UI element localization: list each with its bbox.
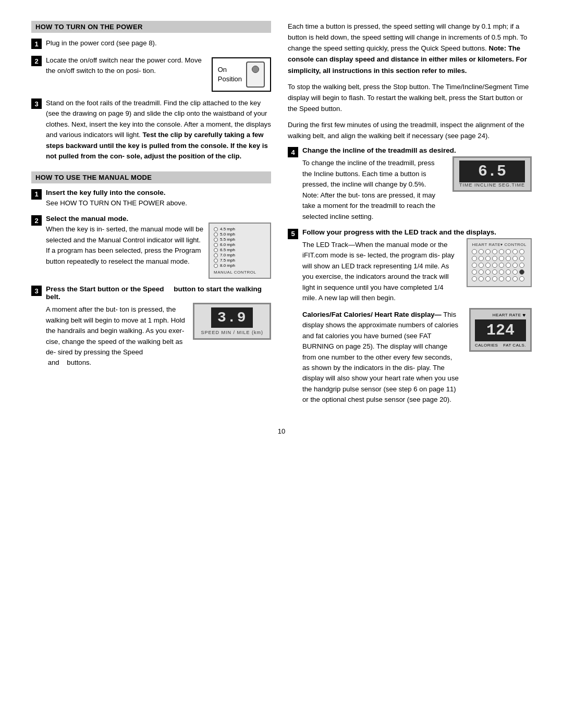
- manual-step-1-title: Insert the key fully into the console.: [46, 189, 271, 196]
- led-dot: [479, 269, 484, 275]
- led-row-4: [472, 269, 527, 275]
- step-1-text: Plug in the power cord (see page 8).: [46, 39, 157, 47]
- manual-control-image: 4.5 mph 5.0 mph 5.5 mph: [209, 223, 271, 279]
- led-dot: [506, 256, 511, 261]
- heart-rate-display-image: HEART RATE ♥ 124 CALORIES FAT CALS.: [469, 308, 532, 352]
- right-column: Each time a button is pressed, the speed…: [288, 21, 532, 412]
- speed-display-box: 3.9 SPEED MIN / MILE (km): [193, 303, 271, 340]
- speed-dot: [214, 258, 218, 263]
- manual-step-3-title: Press the Start button or the Speed butt…: [46, 285, 271, 301]
- manual-step-number-1: 1: [31, 189, 42, 200]
- calories-title: Calories/Fat Calories/ Heart Rate displa…: [302, 311, 442, 318]
- right-step-4-title: Change the incline of the treadmill as d…: [302, 146, 532, 154]
- speed-45: 4.5 mph: [220, 227, 235, 231]
- speed-display-image: 3.9 SPEED MIN / MILE (km): [193, 303, 271, 340]
- speed-display-number: 3.9: [211, 307, 253, 328]
- page-layout: HOW TO TURN ON THE POWER 1 Plug in the p…: [31, 21, 532, 412]
- incline-display-image: 6.5 TIME INCLINE SEG.TIME: [452, 156, 532, 192]
- manual-control-label: MANUAL CONTROL: [214, 270, 256, 275]
- on-position-label: On Position: [218, 65, 242, 84]
- led-dot: [499, 269, 504, 275]
- power-step-3: 3 Stand on the foot rails of the treadmi…: [31, 98, 271, 162]
- led-dot: [506, 269, 511, 275]
- led-dot: [492, 276, 497, 281]
- led-dot-filled: [519, 269, 524, 275]
- manual-step-2-body: When the key is in- serted, the manual m…: [46, 224, 203, 267]
- led-dot: [479, 276, 484, 281]
- heart-rate-number: 124: [475, 319, 526, 341]
- led-dot: [492, 269, 497, 275]
- speed-item: 6.5 mph: [214, 248, 235, 252]
- speed-item: 6.0 mph: [214, 242, 235, 247]
- manual-step-number-3: 3: [31, 286, 42, 296]
- manual-step-3-text: A moment after the but- ton is pressed, …: [46, 303, 188, 368]
- speed-item: 5.0 mph: [214, 232, 235, 237]
- right-step-4-content: Change the incline of the treadmill as d…: [302, 146, 532, 222]
- heart-rate-label-text: HEART RATE: [493, 313, 521, 317]
- step-2-content: Locate the on/off switch near the power …: [46, 55, 271, 92]
- manual-control-box: 4.5 mph 5.0 mph 5.5 mph: [209, 223, 271, 279]
- right-step-number-4: 4: [288, 147, 298, 157]
- step3-title-text: Press the Start button or the Speed: [46, 285, 164, 293]
- led-dot: [499, 249, 504, 254]
- manual-step-number-2: 2: [31, 215, 42, 226]
- manual-step-2-text: When the key is in- serted, the manual m…: [46, 223, 203, 267]
- section-manual-mode: HOW TO USE THE MANUAL MODE 1 Insert the …: [31, 171, 271, 368]
- led-dot: [512, 269, 518, 275]
- power-switch-shape: [246, 61, 265, 88]
- led-dot: [492, 263, 497, 268]
- led-dot: [499, 256, 504, 261]
- led-dot: [512, 276, 518, 281]
- right-intro-para1: Each time a button is pressed, the speed…: [288, 21, 532, 76]
- led-row-3: [472, 263, 527, 268]
- calories-text-body: This display shows the approximate numbe…: [302, 311, 459, 404]
- manual-step-2-content: Select the manual mode. When the key is …: [46, 215, 271, 279]
- led-dot: [479, 256, 484, 261]
- led-track-image: HEART RATE▾ CONTROL: [467, 238, 532, 287]
- led-dot: [499, 276, 504, 281]
- speed-55: 5.5 mph: [220, 237, 235, 242]
- manual-step-1-body: See HOW TO TURN ON THE POWER above.: [46, 198, 271, 208]
- manual-step-3-content: Press the Start button or the Speed butt…: [46, 285, 271, 368]
- incline-display-number: 6.5: [459, 161, 525, 182]
- right-step-4: 4 Change the incline of the treadmill as…: [288, 146, 532, 222]
- led-dot: [519, 263, 524, 268]
- led-dot: [492, 256, 497, 261]
- led-dot: [472, 269, 477, 275]
- right-step-number-5: 5: [288, 229, 298, 239]
- manual-step-1: 1 Insert the key fully into the console.…: [31, 189, 271, 208]
- step3-text-and: and: [48, 359, 59, 366]
- manual-step-1-content: Insert the key fully into the console. S…: [46, 189, 271, 208]
- right-intro-para2: To stop the walking belt, press the Stop…: [288, 81, 532, 114]
- calories-body: Calories/Fat Calories/ Heart Rate displa…: [302, 310, 459, 405]
- manual-step-2-layout: When the key is in- serted, the manual m…: [46, 223, 271, 279]
- led-dot: [485, 269, 491, 275]
- led-dot: [472, 263, 477, 268]
- speed-dot: [214, 243, 218, 247]
- speed-50: 5.0 mph: [220, 232, 235, 237]
- right-step-4-layout: To change the incline of the treadmill, …: [302, 156, 532, 222]
- speed-65: 6.5 mph: [220, 248, 235, 252]
- led-dot: [506, 263, 511, 268]
- manual-step-3: 3 Press the Start button or the Speed bu…: [31, 285, 271, 368]
- led-header: HEART RATE▾ CONTROL: [472, 242, 527, 247]
- led-dot: [492, 249, 497, 254]
- right-step-5-title: Follow your progress with the LED track …: [302, 228, 532, 236]
- led-dot: [499, 263, 504, 268]
- section-turn-on-power: HOW TO TURN ON THE POWER 1 Plug in the p…: [31, 21, 271, 162]
- speed-dot: [214, 227, 218, 231]
- led-dot: [485, 263, 491, 268]
- led-dot: [485, 256, 491, 261]
- on-position-image: On Position: [212, 55, 271, 92]
- incline-display-label: TIME INCLINE SEG.TIME: [459, 182, 525, 188]
- step3-text-buttons: buttons.: [67, 359, 91, 366]
- led-dot: [485, 249, 491, 254]
- speed-item: 4.5 mph: [214, 227, 235, 231]
- fat-cals-label: FAT CALS.: [503, 343, 526, 348]
- page-number: 10: [31, 427, 532, 435]
- speed-dot: [214, 238, 218, 242]
- section-header-power: HOW TO TURN ON THE POWER: [31, 21, 271, 33]
- calories-text: Calories/Fat Calories/ Heart Rate displa…: [302, 308, 459, 405]
- speed-list: 4.5 mph 5.0 mph 5.5 mph: [214, 227, 235, 268]
- right-step-4-body: To change the incline of the treadmill, …: [302, 158, 442, 222]
